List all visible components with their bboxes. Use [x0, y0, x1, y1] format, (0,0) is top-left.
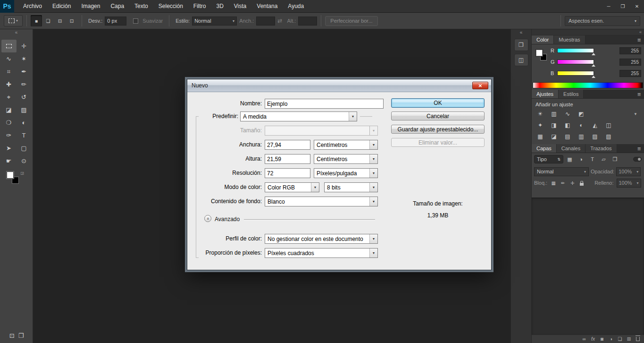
new-selection-button[interactable]: ■ [31, 15, 42, 26]
color-profile-select[interactable]: No gestionar color en este documento ▾ [265, 234, 378, 244]
foreground-color-swatch[interactable] [535, 49, 543, 57]
healing-brush-tool[interactable]: ✚ [1, 78, 17, 91]
menu-item-texto[interactable]: Texto [129, 0, 153, 13]
slider-thumb[interactable] [592, 64, 595, 67]
link-layers-icon[interactable]: ∞ [582, 336, 586, 342]
height-unit-select[interactable]: Centímetros ▾ [314, 154, 378, 164]
menu-item-capa[interactable]: Capa [105, 0, 129, 13]
screen-mode-button[interactable]: ❐ [18, 331, 24, 340]
name-input[interactable] [265, 99, 384, 109]
green-value-field[interactable]: 255 [619, 59, 641, 66]
green-slider[interactable] [557, 60, 594, 64]
channel-mixer-icon[interactable]: ◫ [603, 120, 614, 130]
width-unit-select[interactable]: Centímetros ▾ [314, 140, 378, 150]
vibrance-icon[interactable]: ✦ [535, 120, 546, 130]
eyedropper-tool[interactable]: ✒ [17, 65, 32, 78]
lock-position-icon[interactable]: ✛ [569, 179, 576, 187]
menu-item-archivo[interactable]: Archivo [18, 0, 47, 13]
blue-slider[interactable] [557, 71, 594, 76]
lock-all-icon[interactable] [578, 179, 585, 187]
red-value-field[interactable]: 255 [619, 47, 641, 54]
lock-transparency-icon[interactable]: ▦ [550, 179, 557, 187]
rectangular-marquee-tool[interactable] [1, 40, 17, 52]
dodge-tool[interactable]: ◐ [17, 116, 32, 129]
move-tool[interactable]: ✛ [17, 40, 32, 52]
blend-mode-select[interactable]: Normal ▾ [534, 167, 589, 176]
lasso-tool[interactable]: ∿ [1, 52, 17, 65]
new-adjustment-layer-icon[interactable]: ◑ [609, 336, 613, 342]
tab-trazados[interactable]: Trazados [585, 144, 617, 153]
tab-muestras[interactable]: Muestras [554, 35, 585, 44]
filter-smart-object-icon[interactable]: ❒ [610, 155, 620, 163]
black-white-icon[interactable]: ◐ [576, 120, 587, 130]
subtract-selection-button[interactable]: ⊟ [54, 15, 66, 26]
filter-type-select[interactable]: Tipo ⇅ [534, 155, 563, 163]
preset-select[interactable]: A medida ▾ [240, 111, 357, 121]
hand-tool[interactable]: ☛ [1, 154, 17, 167]
posterize-icon[interactable]: ▤ [562, 132, 573, 141]
tool-preset-button[interactable]: ▾ [4, 15, 23, 26]
history-panel-button[interactable]: ❐ [514, 39, 528, 51]
hue-saturation-icon[interactable]: ◨ [548, 120, 560, 130]
new-layer-icon[interactable]: ⊞ [627, 336, 631, 342]
background-contents-select[interactable]: Blanco ▾ [265, 197, 378, 206]
red-slider[interactable] [557, 48, 594, 53]
foreground-color-swatch[interactable] [6, 171, 14, 179]
height-input[interactable] [265, 154, 310, 164]
filter-adjustment-layers-icon[interactable]: ◑ [576, 155, 586, 163]
dialog-titlebar[interactable]: Nuevo [187, 79, 491, 92]
new-group-icon[interactable]: ❏ [618, 336, 622, 342]
path-selection-tool[interactable]: ➤ [1, 142, 17, 154]
threshold-icon[interactable]: ▥ [576, 132, 587, 141]
menu-item-seleccion[interactable]: Selección [153, 0, 188, 13]
tab-canales[interactable]: Canales [557, 144, 585, 153]
swap-dimensions-icon[interactable]: ⇄ [277, 17, 282, 24]
more-adjustments-icon[interactable]: ▼ [630, 109, 641, 119]
tab-ajustes[interactable]: Ajustes [532, 90, 559, 98]
menu-item-ayuda[interactable]: Ayuda [283, 0, 309, 13]
crop-tool[interactable]: ⌗ [1, 65, 17, 78]
curves-icon[interactable]: ∿ [562, 109, 573, 119]
close-button[interactable]: ✕ [630, 0, 644, 13]
levels-icon[interactable]: ▥ [548, 109, 560, 119]
menu-item-filtro[interactable]: Filtro [188, 0, 211, 13]
minimize-button[interactable]: ─ [602, 0, 616, 13]
dialog-close-button[interactable]: ✕ [472, 82, 488, 89]
tab-estilos[interactable]: Estilos [559, 90, 584, 98]
height-input[interactable] [298, 17, 317, 26]
collapse-tools-icon[interactable]: « [0, 29, 33, 36]
zoom-tool[interactable]: ⊙ [17, 154, 32, 167]
invert-icon[interactable]: ◪ [548, 132, 560, 141]
exposure-icon[interactable]: ◩ [576, 109, 587, 119]
filter-toggle-switch[interactable] [633, 157, 642, 162]
menu-item-3d[interactable]: 3D [211, 0, 228, 13]
bit-depth-select[interactable]: 8 bits ▾ [324, 182, 378, 192]
collapse-dock-icon[interactable]: « [639, 30, 642, 34]
pen-tool[interactable]: ✑ [1, 129, 17, 142]
ok-button[interactable]: OK [391, 98, 485, 108]
type-tool[interactable]: T [17, 129, 32, 142]
restore-button[interactable]: ❐ [616, 0, 630, 13]
width-input[interactable] [256, 17, 275, 26]
add-layer-mask-icon[interactable]: ◙ [600, 336, 604, 342]
gradient-map-icon[interactable]: ▨ [589, 132, 601, 141]
clone-stamp-tool[interactable]: ⌖ [1, 91, 17, 103]
filter-type-layers-icon[interactable]: T [587, 155, 597, 163]
default-colors-icon[interactable]: ◲ [20, 171, 24, 175]
feather-input[interactable] [105, 17, 126, 26]
panel-menu-icon[interactable]: ≣ [635, 144, 644, 153]
save-preset-button[interactable]: Guardar ajuste preestablecido... [391, 125, 485, 134]
delete-layer-icon[interactable] [636, 337, 640, 341]
gradient-tool[interactable]: ▨ [17, 103, 32, 116]
shape-tool[interactable]: ▢ [17, 142, 32, 154]
filter-pixel-layers-icon[interactable]: ▦ [565, 155, 575, 163]
brush-tool[interactable]: ✏ [17, 78, 32, 91]
quick-selection-tool[interactable]: ✶ [17, 52, 32, 65]
blur-tool[interactable]: ❍ [1, 116, 17, 129]
blue-value-field[interactable]: 255 [619, 70, 641, 77]
quick-mask-button[interactable]: ⊡ [9, 331, 15, 340]
layer-style-icon[interactable]: fx [591, 336, 595, 342]
style-select[interactable]: Normal ▾ [192, 17, 237, 26]
photo-filter-icon[interactable]: ◭ [589, 120, 601, 130]
menu-item-ventana[interactable]: Ventana [251, 0, 283, 13]
